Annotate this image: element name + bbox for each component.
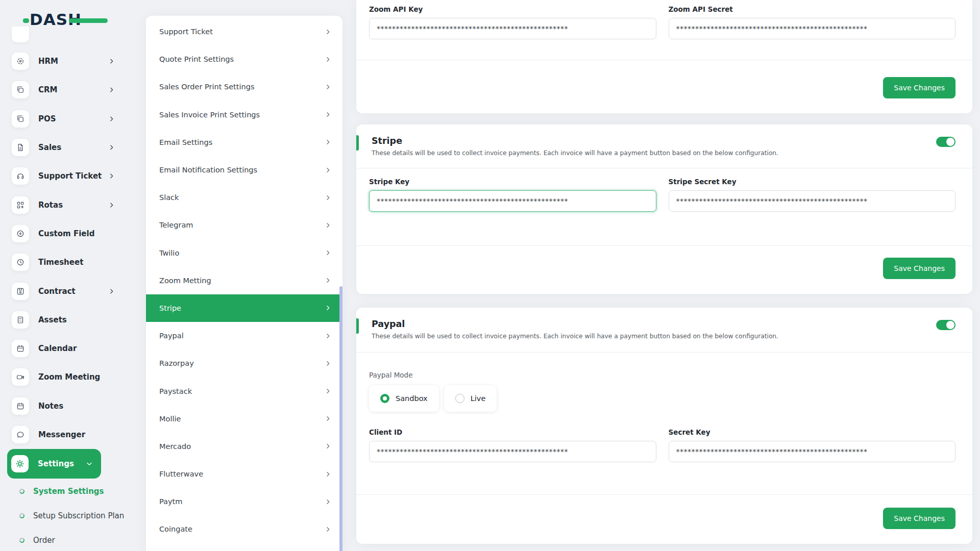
menu-item-label: Razorpay — [159, 359, 194, 367]
zoom-api-secret-input[interactable] — [669, 18, 956, 39]
sidebar-item-sales[interactable]: Sales — [0, 133, 125, 162]
settings-menu-item-flutterwave[interactable]: Flutterwave — [146, 460, 342, 488]
subnav-item-label: System Settings — [33, 487, 104, 496]
sidebar-item-calendar[interactable]: Calendar — [0, 334, 125, 363]
secret-key-input[interactable] — [669, 441, 956, 462]
sidebar-item-support-ticket[interactable]: Support Ticket — [0, 162, 125, 190]
chevron-right-icon — [325, 471, 331, 478]
chevron-right-icon — [108, 173, 115, 180]
settings-menu-item-sales-invoice-print-settings[interactable]: Sales Invoice Print Settings — [146, 101, 342, 129]
paypal-mode-option-live[interactable]: Live — [444, 385, 497, 412]
sidebar-item-label: Rotas — [38, 201, 63, 210]
logo-dash-icon — [69, 18, 108, 23]
menu-item-label: Paytm — [159, 497, 182, 506]
chevron-down-icon — [86, 460, 93, 467]
chevron-right-icon — [325, 111, 331, 118]
sidebar-item-label: CRM — [38, 85, 58, 94]
radio-unselected-icon[interactable] — [455, 394, 464, 403]
paypal-enabled-toggle[interactable] — [936, 320, 955, 330]
settings-menu-item-sales-order-print-settings[interactable]: Sales Order Print Settings — [146, 73, 342, 101]
settings-menu-item-coingate[interactable]: Coingate — [146, 515, 342, 543]
mode-option-label: Sandbox — [396, 394, 428, 403]
brand-logo[interactable]: DASH — [30, 10, 116, 31]
sidebar-item-label: Contract — [38, 287, 76, 296]
sidebar-item-assets[interactable]: Assets — [0, 306, 125, 334]
zoom-api-key-input[interactable] — [369, 18, 656, 39]
sidebar-item-notes[interactable]: Notes — [0, 392, 125, 420]
sidebar: DASH HRMCRMPOSSalesSupport TicketRotasCu… — [0, 0, 125, 551]
target-icon — [12, 53, 29, 70]
chevron-right-icon — [325, 415, 331, 422]
sidebar-item-timesheet[interactable]: Timesheet — [0, 248, 125, 277]
chevron-right-icon — [325, 277, 331, 284]
stripe-settings-card: Stripe These details will be used to col… — [356, 124, 972, 294]
sidebar-item-label: Settings — [38, 459, 74, 468]
chat-icon — [12, 426, 29, 443]
stripe-secret-key-input[interactable] — [669, 190, 956, 212]
save-changes-button[interactable]: Save Changes — [883, 258, 955, 279]
scrollbar-thumb[interactable] — [339, 286, 342, 551]
menu-item-label: Paypal — [159, 332, 184, 340]
save-changes-button[interactable]: Save Changes — [883, 508, 955, 529]
subnav-item-label: Setup Subscription Plan — [33, 511, 124, 520]
settings-menu-item-zoom-metting[interactable]: Zoom Metting — [146, 267, 342, 294]
settings-menu-item-paypal[interactable]: Paypal — [146, 322, 342, 349]
menu-item-label: Mollie — [159, 415, 181, 423]
sidebar-subitem-system-settings[interactable]: System Settings — [0, 479, 125, 504]
menu-item-label: Flutterwave — [159, 470, 203, 478]
settings-menu-item-mercado[interactable]: Mercado — [146, 433, 342, 460]
chevron-right-icon — [108, 144, 115, 151]
section-description: These details will be used to collect in… — [369, 149, 955, 157]
sidebar-item-messenger[interactable]: Messenger — [0, 420, 125, 449]
chevron-right-icon — [108, 288, 115, 294]
sidebar-subitem-setup-subscription-plan[interactable]: Setup Subscription Plan — [0, 504, 125, 528]
settings-menu-item-paystack[interactable]: Paystack — [146, 377, 342, 405]
section-description: These details will be used to collect in… — [369, 333, 955, 340]
field-stripe-key: Stripe Key — [369, 178, 656, 212]
settings-menu-item-paytm[interactable]: Paytm — [146, 488, 342, 515]
menu-item-label: Zoom Metting — [159, 277, 211, 285]
settings-menu-item-quote-print-settings[interactable]: Quote Print Settings — [146, 45, 342, 73]
sidebar-item-pos[interactable]: POS — [0, 105, 125, 133]
settings-menu-item-razorpay[interactable]: Razorpay — [146, 349, 342, 377]
sidebar-item-settings[interactable]: Settings — [7, 449, 101, 479]
clock-icon — [12, 254, 29, 271]
field-client-id: Client ID — [369, 428, 656, 462]
scrolled-nav-item-partial — [12, 27, 29, 42]
stripe-enabled-toggle[interactable] — [936, 137, 955, 147]
radio-selected-icon[interactable] — [380, 394, 389, 403]
sidebar-item-label: Calendar — [38, 344, 77, 353]
field-zoom-api-key: Zoom API Key — [369, 5, 656, 39]
chevron-right-icon — [325, 498, 331, 505]
paypal-mode-option-sandbox[interactable]: Sandbox — [369, 385, 439, 412]
settings-menu-item-telegram[interactable]: Telegram — [146, 211, 342, 239]
settings-menu-item-email-settings[interactable]: Email Settings — [146, 129, 342, 156]
sidebar-item-contract[interactable]: Contract — [0, 277, 125, 305]
client-id-input[interactable] — [369, 441, 656, 462]
settings-menu-item-stripe[interactable]: Stripe — [146, 294, 342, 322]
headset-icon — [12, 167, 29, 185]
settings-menu-item-email-notification-settings[interactable]: Email Notification Settings — [146, 156, 342, 184]
document-icon — [12, 139, 29, 156]
settings-menu-item-skrill[interactable]: Skrill — [146, 543, 342, 551]
sidebar-item-crm[interactable]: CRM — [0, 76, 125, 104]
sidebar-item-custom-field[interactable]: Custom Field — [0, 219, 125, 248]
divider — [356, 494, 972, 495]
mode-option-label: Live — [471, 394, 486, 403]
stripe-key-input[interactable] — [369, 190, 656, 212]
menu-item-label: Coingate — [159, 525, 192, 533]
sidebar-subitem-order[interactable]: Order — [0, 528, 125, 551]
menu-item-label: Slack — [159, 193, 179, 202]
settings-menu-item-support-ticket[interactable]: Support Ticket — [146, 18, 342, 45]
settings-menu-item-twilio[interactable]: Twilio — [146, 239, 342, 267]
sidebar-item-rotas[interactable]: Rotas — [0, 190, 125, 219]
menu-item-label: Twilio — [159, 249, 179, 257]
divider — [356, 60, 972, 60]
sidebar-item-zoom-meeting[interactable]: Zoom Meeting — [0, 363, 125, 391]
settings-menu-item-slack[interactable]: Slack — [146, 184, 342, 211]
chevron-right-icon — [325, 139, 331, 145]
save-changes-button[interactable]: Save Changes — [883, 77, 955, 98]
settings-menu-item-mollie[interactable]: Mollie — [146, 405, 342, 433]
sidebar-item-hrm[interactable]: HRM — [0, 47, 125, 76]
section-title: Paypal — [369, 319, 955, 329]
